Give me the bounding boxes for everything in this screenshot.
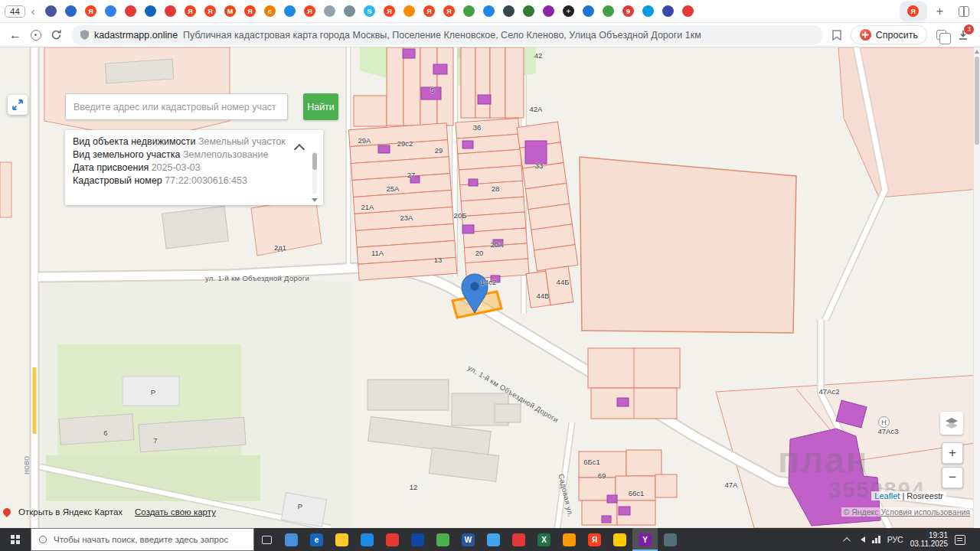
scrollbar-up-icon[interactable] — [975, 50, 979, 54]
tab-counter[interactable]: 44 — [5, 5, 25, 18]
tab-favicon — [503, 5, 514, 17]
notification-center-icon[interactable] — [955, 535, 965, 545]
browser-tab[interactable] — [41, 2, 60, 21]
zoom-out-button[interactable]: − — [942, 467, 963, 488]
taskbar-app-icon[interactable]: Я — [582, 528, 607, 551]
browser-tab[interactable] — [399, 2, 419, 21]
browser-tab[interactable] — [100, 2, 120, 21]
browser-tab[interactable] — [479, 2, 498, 21]
taskbar-app-icon[interactable] — [354, 528, 380, 551]
taskbar-app-icon[interactable] — [481, 528, 506, 551]
app-icon — [664, 533, 677, 546]
browser-tab[interactable]: Я — [299, 2, 319, 21]
browser-tab[interactable] — [319, 2, 339, 21]
browser-tab[interactable]: Я — [200, 2, 220, 21]
new-tab-button[interactable]: + — [930, 5, 949, 18]
browser-tab[interactable] — [459, 2, 479, 21]
taskbar-app-icon[interactable]: W — [456, 528, 481, 551]
open-in-yandex-link[interactable]: Открыть в Яндекс Картах — [18, 507, 122, 517]
scroll-down-icon[interactable] — [312, 198, 318, 202]
browser-tab[interactable]: Я — [439, 2, 459, 21]
browser-tab[interactable] — [598, 2, 618, 21]
downloads-button[interactable]: 3 — [956, 28, 971, 43]
address-bar[interactable]: kadastrmapp.online Публичная кадастровая… — [71, 25, 823, 45]
browser-tab[interactable]: Я — [240, 2, 260, 21]
browser-tab[interactable] — [638, 2, 658, 21]
taskbar-search-placeholder: Чтобы начать поиск, введите здесь запрос — [54, 535, 228, 544]
app-icon: Y — [639, 533, 652, 546]
task-view-button[interactable] — [254, 528, 279, 551]
fullscreen-toggle-button[interactable] — [8, 95, 28, 115]
terms-link[interactable]: Условия использования — [880, 507, 970, 517]
taskbar-app-icon[interactable] — [329, 528, 354, 551]
services-icon[interactable] — [31, 30, 41, 41]
back-button[interactable]: ← — [9, 28, 21, 42]
browser-tab[interactable]: Я — [80, 2, 100, 21]
browser-tab[interactable] — [658, 2, 678, 21]
browser-tab[interactable]: S — [359, 2, 379, 21]
ask-alice-button[interactable]: Спросить — [851, 25, 927, 44]
tab-scroll-left-icon[interactable]: ‹ — [28, 5, 38, 18]
taskbar-app-icon[interactable] — [380, 528, 405, 551]
taskbar-app-icon[interactable] — [405, 528, 430, 551]
network-icon[interactable] — [872, 536, 880, 543]
taskbar-search[interactable]: Чтобы начать поиск, введите здесь запрос — [31, 528, 254, 551]
taskbar-app-icon[interactable] — [279, 528, 304, 551]
taskbar-app-icon[interactable] — [506, 528, 531, 551]
layers-control[interactable] — [940, 412, 963, 435]
large-parcel-center — [580, 157, 796, 333]
taskbar-app-icon[interactable] — [430, 528, 456, 551]
volume-icon[interactable] — [858, 536, 865, 543]
extensions-icon[interactable] — [936, 30, 946, 40]
browser-tab[interactable]: Я — [419, 2, 439, 21]
search-input[interactable] — [65, 93, 288, 120]
taskbar-app-icon[interactable] — [658, 528, 683, 551]
browser-tab[interactable]: Я — [180, 2, 200, 21]
browser-tab[interactable] — [339, 2, 359, 21]
browser-tab[interactable] — [518, 2, 538, 21]
taskbar-app-icon[interactable]: e — [304, 528, 329, 551]
browser-tab[interactable] — [678, 2, 697, 21]
search-button[interactable]: Найти — [303, 93, 338, 120]
tab-favicon: M — [224, 5, 236, 17]
parcel-label: Р — [298, 502, 302, 510]
taskbar-app-icon[interactable]: X — [531, 528, 557, 551]
hidden-icons-chevron[interactable] — [843, 536, 851, 544]
taskbar-app-icon[interactable] — [607, 528, 632, 551]
page-scrollbar[interactable] — [973, 47, 980, 528]
language-indicator[interactable]: РУС — [887, 535, 903, 544]
hospital-badge: Н — [878, 416, 890, 428]
zoom-in-button[interactable]: + — [942, 442, 963, 464]
browser-tab[interactable]: c — [260, 2, 279, 21]
start-button[interactable] — [0, 528, 31, 551]
browser-tab[interactable] — [279, 2, 299, 21]
taskbar-app-icon[interactable] — [557, 528, 582, 551]
clock[interactable]: 19:31 03.11.2025 — [910, 531, 948, 549]
parcel-label: 36 — [473, 123, 482, 132]
tab-favicon — [284, 5, 296, 17]
panel-scrollbar[interactable] — [312, 152, 317, 194]
create-map-link[interactable]: Создать свою карту — [135, 507, 216, 517]
leaflet-link[interactable]: Leaflet — [874, 491, 900, 500]
browser-tab[interactable] — [578, 2, 598, 21]
active-browser-tab[interactable]: Я — [900, 2, 927, 21]
parcel-label: 20А — [491, 240, 504, 249]
browser-tab[interactable]: M — [220, 2, 240, 21]
refresh-icon[interactable] — [51, 29, 62, 41]
cadastral-map[interactable]: 4242А36332829А29с2292725А23А21А20Б20А201… — [0, 47, 980, 528]
scrollbar-thumb[interactable] — [975, 57, 979, 145]
tab-favicon — [45, 5, 57, 17]
browser-tab[interactable] — [140, 2, 160, 21]
bookmark-icon[interactable] — [832, 30, 841, 41]
taskbar-app-icon[interactable]: Y — [632, 528, 658, 551]
browser-tab[interactable] — [538, 2, 558, 21]
date-text: 03.11.2025 — [910, 540, 948, 549]
browser-tab[interactable]: + — [558, 2, 578, 21]
browser-tab[interactable] — [60, 2, 80, 21]
browser-tab[interactable] — [120, 2, 140, 21]
browser-tab[interactable] — [498, 2, 518, 21]
browser-tab[interactable]: 9 — [618, 2, 638, 21]
tab-panels-icon[interactable] — [959, 6, 969, 17]
browser-tab[interactable] — [160, 2, 180, 21]
browser-tab[interactable]: Я — [379, 2, 399, 21]
